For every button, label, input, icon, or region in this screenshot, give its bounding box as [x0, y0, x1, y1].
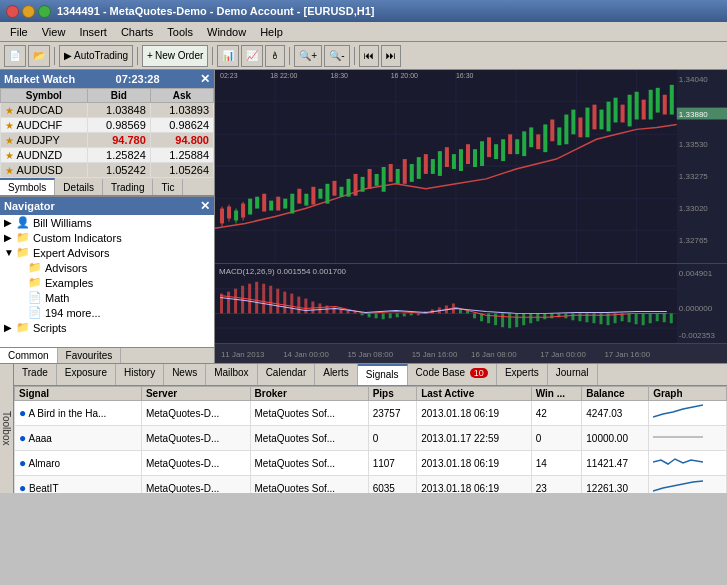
market-watch-table: Symbol Bid Ask ★ AUDCAD 1.03848 1.03893 …	[0, 88, 214, 178]
main-layout: Market Watch 07:23:28 ✕ Symbol Bid Ask ★…	[0, 70, 727, 363]
menu-view[interactable]: View	[36, 25, 72, 39]
signals-row[interactable]: ● Almaro MetaQuotes-D... MetaQuotes Sof.…	[15, 451, 727, 476]
market-watch-row[interactable]: ★ AUDCAD 1.03848 1.03893	[1, 103, 214, 118]
svg-text:18:30: 18:30	[330, 72, 348, 79]
market-watch-header: Market Watch 07:23:28 ✕	[0, 70, 214, 88]
close-button[interactable]	[6, 5, 19, 18]
svg-text:11 Jan 2013: 11 Jan 2013	[221, 349, 265, 358]
toolbar-new-button[interactable]: 📄	[4, 45, 26, 67]
toolbar-zoom-out[interactable]: 🔍-	[324, 45, 349, 67]
menu-tools[interactable]: Tools	[161, 25, 199, 39]
sig-graph	[649, 401, 727, 426]
market-watch-row[interactable]: ★ AUDCHF 0.98569 0.98624	[1, 118, 214, 133]
tab-symbols[interactable]: Symbols	[0, 178, 55, 195]
tab-tic[interactable]: Tic	[153, 178, 183, 195]
nav-tree-item[interactable]: ▶ 📁 Scripts	[0, 320, 214, 335]
nav-tree-item[interactable]: ▼ 📁 Expert Advisors	[0, 245, 214, 260]
svg-rect-101	[227, 292, 230, 314]
navigator-close[interactable]: ✕	[200, 199, 210, 213]
menu-file[interactable]: File	[4, 25, 34, 39]
minimize-button[interactable]	[22, 5, 35, 18]
svg-text:MACD(12,26,9) 0.001554 0.00170: MACD(12,26,9) 0.001554 0.001700	[219, 267, 347, 276]
nav-icon: 👤	[16, 216, 30, 229]
svg-rect-114	[318, 304, 321, 314]
menu-help[interactable]: Help	[254, 25, 289, 39]
signals-row[interactable]: ● Aaaa MetaQuotes-D... MetaQuotes Sof...…	[15, 426, 727, 451]
market-watch-row[interactable]: ★ AUDJPY 94.780 94.800	[1, 133, 214, 148]
tab-codebase[interactable]: Code Base 10	[408, 364, 497, 385]
tab-journal[interactable]: Journal	[548, 364, 598, 385]
signals-row[interactable]: ● BeatIT MetaQuotes-D... MetaQuotes Sof.…	[15, 476, 727, 494]
tab-details[interactable]: Details	[55, 178, 103, 195]
autotrading-label: AutoTrading	[74, 50, 128, 61]
sig-server: MetaQuotes-D...	[141, 476, 250, 494]
nav-tree-item[interactable]: 📄 Math	[0, 290, 214, 305]
svg-rect-63	[543, 124, 547, 152]
sig-graph	[649, 426, 727, 451]
toolbar-zoom-in[interactable]: 🔍+	[294, 45, 322, 67]
sig-last-active: 2013.01.18 06:19	[417, 401, 532, 426]
svg-rect-52	[466, 144, 470, 164]
nav-label: Expert Advisors	[33, 247, 109, 259]
toolbar-scroll-right[interactable]: ⏭	[381, 45, 401, 67]
chart-main[interactable]: 1.34040 1.33880 1.33880 1.33530 1.33275 …	[215, 70, 727, 263]
nav-tab-favourites[interactable]: Favourites	[58, 348, 122, 363]
toolbar-open-button[interactable]: 📂	[28, 45, 50, 67]
market-watch-row[interactable]: ★ AUDUSD 1.05242 1.05264	[1, 163, 214, 178]
menu-window[interactable]: Window	[201, 25, 252, 39]
nav-tree-item[interactable]: ▶ 👤 Bill Williams	[0, 215, 214, 230]
tab-experts[interactable]: Experts	[497, 364, 548, 385]
nav-tree-item[interactable]: 📁 Advisors	[0, 260, 214, 275]
svg-rect-139	[494, 313, 497, 325]
nav-tree-item[interactable]: 📄 194 more...	[0, 305, 214, 320]
market-watch-close[interactable]: ✕	[200, 72, 210, 86]
svg-rect-28	[297, 189, 301, 204]
svg-rect-22	[255, 197, 259, 209]
toolbar-chart-line[interactable]: 📈	[241, 45, 263, 67]
nav-expander: ▶	[4, 217, 16, 228]
navigator-header: Navigator ✕	[0, 197, 214, 215]
svg-text:17 Jan 16:00: 17 Jan 16:00	[604, 349, 650, 358]
nav-tree-item[interactable]: ▶ 📁 Custom Indicators	[0, 230, 214, 245]
nav-tab-common[interactable]: Common	[0, 348, 58, 363]
tab-alerts[interactable]: Alerts	[315, 364, 358, 385]
svg-rect-127	[410, 313, 413, 315]
svg-rect-112	[304, 299, 307, 314]
col-server: Server	[141, 387, 250, 401]
tab-mailbox[interactable]: Mailbox	[206, 364, 257, 385]
toolbar-scroll-left[interactable]: ⏮	[359, 45, 379, 67]
menu-insert[interactable]: Insert	[73, 25, 113, 39]
sig-server: MetaQuotes-D...	[141, 451, 250, 476]
tab-exposure[interactable]: Exposure	[57, 364, 116, 385]
svg-text:16 Jan 08:00: 16 Jan 08:00	[471, 349, 517, 358]
signals-row[interactable]: ● A Bird in the Ha... MetaQuotes-D... Me…	[15, 401, 727, 426]
tab-signals[interactable]: Signals	[358, 364, 408, 385]
svg-rect-30	[311, 187, 315, 205]
svg-rect-74	[621, 105, 625, 123]
svg-rect-49	[445, 147, 449, 167]
svg-text:14 Jan 00:00: 14 Jan 00:00	[283, 349, 329, 358]
svg-rect-105	[255, 282, 258, 314]
nav-tree-item[interactable]: 📁 Examples	[0, 275, 214, 290]
toolbar-chart-bar[interactable]: 📊	[217, 45, 239, 67]
menu-charts[interactable]: Charts	[115, 25, 159, 39]
new-order-button[interactable]: + New Order	[142, 45, 208, 67]
window-controls[interactable]	[6, 5, 51, 18]
tab-trading[interactable]: Trading	[103, 178, 154, 195]
tab-history[interactable]: History	[116, 364, 164, 385]
autotrading-button[interactable]: ▶ AutoTrading	[59, 45, 133, 67]
tab-calendar[interactable]: Calendar	[258, 364, 316, 385]
svg-rect-53	[473, 149, 477, 167]
svg-text:1.33275: 1.33275	[679, 172, 709, 181]
mw-bid: 1.25824	[87, 148, 150, 163]
toolbar-chart-candle[interactable]: 🕯	[265, 45, 285, 67]
signals-content: Signal Server Broker Pips Last Active Wi…	[14, 386, 727, 493]
svg-rect-120	[361, 313, 364, 315]
svg-rect-26	[283, 199, 287, 209]
toolbox-sidebar[interactable]: Toolbox	[0, 364, 14, 493]
sig-win: 0	[531, 426, 582, 451]
tab-news[interactable]: News	[164, 364, 206, 385]
tab-trade[interactable]: Trade	[14, 364, 57, 385]
maximize-button[interactable]	[38, 5, 51, 18]
market-watch-row[interactable]: ★ AUDNZD 1.25824 1.25884	[1, 148, 214, 163]
